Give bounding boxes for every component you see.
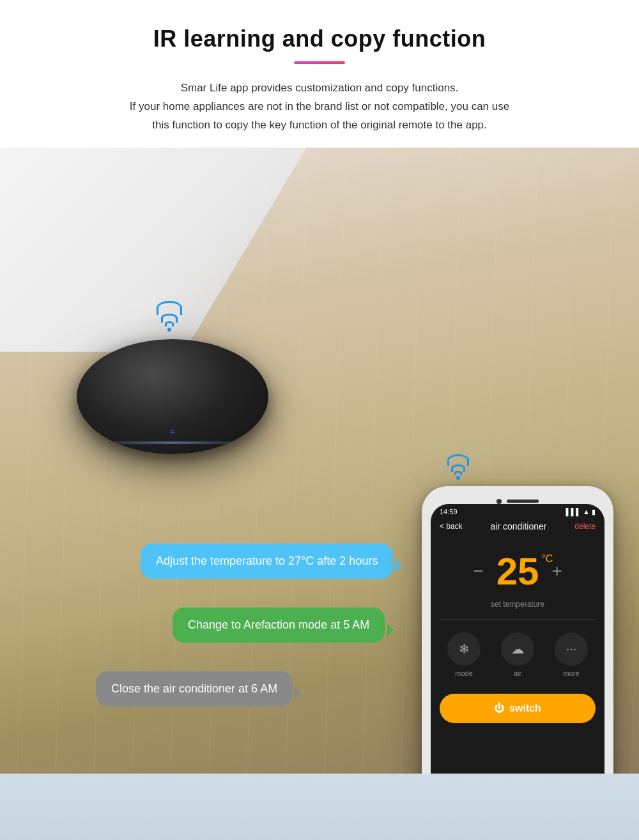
phone-delete-button[interactable]: delete (574, 522, 596, 531)
set-temp-label: set temperature (431, 600, 604, 619)
phone-nav-title: air conditioner (491, 521, 547, 531)
bubble-green: Change to Arefaction mode at 5 AM (173, 607, 385, 643)
title-underline (294, 61, 345, 64)
header-section: IR learning and copy function Smar Life … (0, 0, 639, 148)
phone-status-bar: 14:59 ▌▌▌ ▲ ▮ (431, 504, 604, 519)
more-icon-circle[interactable]: ··· (555, 632, 588, 666)
header-description: Smar Life app provides customization and… (96, 79, 543, 135)
air-label: air (514, 669, 521, 677)
control-more: ··· more (555, 632, 588, 677)
phone-back-button[interactable]: < back (440, 522, 463, 531)
bottom-section (0, 774, 639, 840)
mode-label: mode (455, 669, 473, 677)
phone-screen: 14:59 ▌▌▌ ▲ ▮ < back air conditioner del… (431, 504, 604, 774)
page-title: IR learning and copy function (38, 26, 601, 52)
phone-top-bar (431, 495, 604, 504)
control-mode: ❄ mode (447, 632, 481, 677)
more-label: more (563, 669, 579, 677)
temp-plus-button[interactable]: + (551, 561, 562, 581)
temp-unit: °C (541, 553, 553, 565)
bubble-gray: Close the air conditioner at 6 AM (96, 671, 293, 706)
phone-controls: ❄ mode ☁ air ··· more (431, 620, 604, 683)
control-air: ☁ air (501, 632, 534, 677)
phone-speaker (507, 500, 539, 503)
phone-temp-area: − 25 °C + (431, 537, 604, 600)
air-icon: ☁ (511, 641, 524, 657)
bubble-blue: Adjust the temperature to 27°C afte 2 ho… (141, 544, 393, 579)
power-icon: ⏻ (494, 703, 504, 714)
phone-camera (497, 499, 502, 504)
main-scene: ≈ Adjust the temperature to 27°C afte 2 … (0, 148, 639, 774)
phone-signal: ▌▌▌ ▲ ▮ (566, 508, 596, 516)
mode-icon-circle[interactable]: ❄ (447, 632, 481, 666)
phone: 14:59 ▌▌▌ ▲ ▮ < back air conditioner del… (422, 486, 613, 774)
phone-time: 14:59 (440, 508, 458, 515)
ir-device: ≈ (77, 339, 281, 467)
wifi-icon-2 (447, 454, 469, 480)
temp-value: 25 (497, 550, 539, 593)
temp-display: 25 °C (497, 549, 539, 593)
air-icon-circle[interactable]: ☁ (501, 632, 534, 666)
switch-button[interactable]: ⏻ switch (440, 694, 596, 723)
ir-device-led: ≈ (170, 426, 175, 436)
more-icon: ··· (566, 641, 577, 656)
switch-label: switch (509, 703, 541, 714)
wifi-icon-1 (157, 301, 182, 332)
temp-minus-button[interactable]: − (473, 561, 483, 581)
mode-icon: ❄ (459, 641, 470, 657)
ir-device-body: ≈ (77, 339, 268, 454)
phone-nav: < back air conditioner delete (431, 519, 604, 537)
